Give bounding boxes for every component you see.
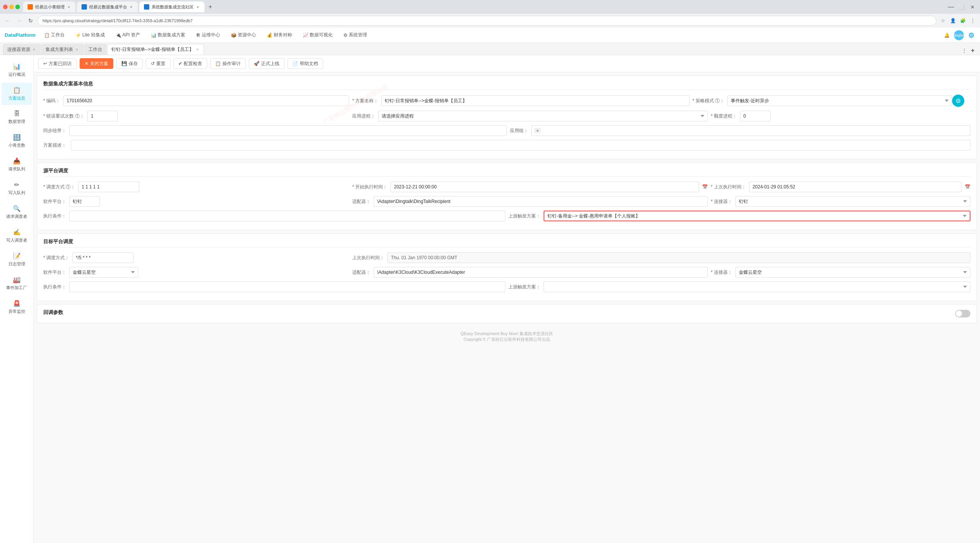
source-row-2: 软件平台： 适配器： * 连接器： 钉钉 xyxy=(43,196,970,207)
browser-tab-1[interactable]: 经易云小青助理 × xyxy=(23,2,75,12)
sidebar-item-small-params[interactable]: 🔢 小青意数 xyxy=(2,130,32,152)
callback-toggle[interactable] xyxy=(955,310,970,317)
nav-integration[interactable]: 📊 数据集成方案 xyxy=(149,30,188,40)
nav-back[interactable]: ← xyxy=(3,16,12,25)
notification-icon[interactable]: 🔔 xyxy=(942,31,951,39)
last-exec-input[interactable] xyxy=(749,182,962,192)
page-tab-workbench[interactable]: 工作台 xyxy=(84,44,106,55)
sidebar-item-event-factory[interactable]: 🏭 事件加工厂 xyxy=(2,272,32,294)
global-settings-icon[interactable]: 🌐 xyxy=(967,31,975,39)
config-check-btn[interactable]: ✔ 配置检查 xyxy=(173,58,207,69)
operation-audit-btn[interactable]: 📋 操作审计 xyxy=(210,58,246,69)
strategy-select[interactable]: 事件触发-近时异步 xyxy=(727,95,952,106)
sidebar-item-data-mgmt[interactable]: 🗄 数据管理 xyxy=(2,106,32,128)
target-connector-select[interactable]: 金蝶云星空 xyxy=(735,267,970,278)
settings-icon[interactable]: ⋮ xyxy=(969,16,977,25)
app-group-tag-input[interactable]: × xyxy=(531,125,970,136)
sync-route-input[interactable] xyxy=(69,125,507,136)
online-btn[interactable]: 🚀 正式上线 xyxy=(249,58,284,69)
tab2-close[interactable]: × xyxy=(129,4,133,10)
sched-mode-input[interactable] xyxy=(78,182,139,192)
tab3-close[interactable]: × xyxy=(196,4,200,10)
name-input[interactable] xyxy=(381,95,689,106)
window-close-btn[interactable] xyxy=(3,5,8,9)
page-tab-current[interactable]: 钉钉-日常报销单-->金蝶-报销单【员工】 × xyxy=(107,44,204,55)
tab1-close[interactable]: × xyxy=(67,4,71,10)
source-platform-input[interactable] xyxy=(69,196,100,207)
online-icon: 🚀 xyxy=(254,61,260,66)
sidebar-item-log-mgmt[interactable]: 📝 日志管理 xyxy=(2,249,32,271)
basic-info-section: 数据集成方案基本信息 * 编码： * 方案名称： * 策略模式 ①： 事件触发-… xyxy=(37,75,977,159)
source-connector-select[interactable]: 钉钉 xyxy=(735,196,970,207)
integration-tab-close[interactable]: × xyxy=(75,47,79,52)
page-tab-connector[interactable]: 连接器资源 × xyxy=(3,44,41,55)
nav-reload[interactable]: ↻ xyxy=(26,16,35,25)
nav-ops[interactable]: 🛠 运维中心 xyxy=(194,30,222,40)
nav-forward[interactable]: → xyxy=(15,16,24,25)
integration-icon: 📊 xyxy=(151,33,157,38)
window-minimize-btn[interactable] xyxy=(9,5,14,9)
app-process-select[interactable]: 请选择应用进程 xyxy=(378,111,708,121)
event-factory-label: 事件加工厂 xyxy=(6,285,27,291)
sidebar-item-write-survey[interactable]: ✍ 写入调度者 xyxy=(2,225,32,247)
sidebar-item-anomaly[interactable]: 🚨 异常监控 xyxy=(2,296,32,318)
target-adapter-input[interactable] xyxy=(374,267,708,278)
data-mgmt-icon: 🗄 xyxy=(14,110,20,117)
target-last-exec-input[interactable] xyxy=(387,252,970,263)
event-factory-icon: 🏭 xyxy=(13,276,21,283)
sidebar-item-request-queue[interactable]: 📥 请求队列 xyxy=(2,154,32,176)
browser-minimize[interactable]: — xyxy=(946,2,956,11)
nav-finance[interactable]: 💰 财务对称 xyxy=(265,30,294,40)
nav-dataviz[interactable]: 📈 数据可视化 xyxy=(301,30,335,40)
extensions-icon[interactable]: 🧩 xyxy=(959,16,967,25)
integration-tab-label: 集成方案列表 xyxy=(46,46,73,53)
new-tab-btn[interactable]: + xyxy=(206,2,215,11)
browser-tab-2[interactable]: 经易云数据集成平台 × xyxy=(77,2,138,12)
settings-fab[interactable]: ⚙ xyxy=(952,95,964,107)
nav-sysadmin[interactable]: ⚙ 系统管理 xyxy=(341,30,369,40)
tab-bar-add-icon[interactable]: + xyxy=(969,46,977,55)
browser-restore[interactable]: ⬜ xyxy=(957,2,966,11)
sidebar-item-req-survey[interactable]: 🔍 请求调度者 xyxy=(2,201,32,223)
connector-tab-close[interactable]: × xyxy=(32,47,36,52)
user-avatar[interactable]: hbqbw xyxy=(954,30,964,40)
granularity-input[interactable] xyxy=(740,111,771,121)
target-upstream-select[interactable] xyxy=(544,281,970,292)
source-adapter-input[interactable] xyxy=(374,196,708,207)
start-time-calendar-icon[interactable]: 📅 xyxy=(702,184,708,190)
tab-bar-more-icon[interactable]: ⋮ xyxy=(960,46,969,55)
close-scheme-btn[interactable]: ✕ 关闭方案 xyxy=(80,58,113,69)
sidebar-item-overview[interactable]: 📊 运行概况 xyxy=(2,59,32,81)
bookmark-icon[interactable]: ☆ xyxy=(939,16,947,25)
app-group-tag-close[interactable]: × xyxy=(536,128,539,133)
help-doc-btn[interactable]: 📄 帮助文档 xyxy=(287,58,323,69)
sidebar-item-write-queue[interactable]: ✏ 写入队列 xyxy=(2,177,32,200)
target-exec-condition-input[interactable] xyxy=(69,281,505,292)
desc-input[interactable] xyxy=(71,140,970,150)
current-tab-close[interactable]: × xyxy=(195,47,200,52)
profile-icon[interactable]: 👤 xyxy=(949,16,957,25)
sidebar-item-scheme[interactable]: 📋 方案信息 xyxy=(2,83,32,105)
back-btn[interactable]: ↩ 方案已回访 xyxy=(38,58,77,69)
source-exec-condition-input[interactable] xyxy=(69,211,505,221)
browser-tab-3[interactable]: 系统数据集成交流社区 × xyxy=(139,2,204,12)
browser-close-win[interactable]: ✕ xyxy=(968,2,977,11)
retry-input[interactable] xyxy=(87,111,118,121)
target-sched-mode-input[interactable] xyxy=(72,252,134,263)
nav-lite[interactable]: ⚡ Lite 轻集成 xyxy=(73,30,107,40)
nav-resource[interactable]: 📦 资源中心 xyxy=(229,30,258,40)
nav-workbench[interactable]: 📋 工作台 xyxy=(42,30,67,40)
finance-icon: 💰 xyxy=(267,33,273,38)
page-tab-integration[interactable]: 集成方案列表 × xyxy=(41,44,83,55)
url-bar[interactable]: https://pro.qliang.cloud/strategy/detail… xyxy=(38,16,936,26)
source-upstream-select[interactable]: 钉钉-备用金--> 金蝶-惠用申请单【个人报账】 xyxy=(544,211,970,221)
reset-btn[interactable]: ↺ 重置 xyxy=(146,58,170,69)
request-queue-icon: 📥 xyxy=(13,157,21,165)
save-btn[interactable]: 💾 保存 xyxy=(116,58,143,69)
start-time-input[interactable] xyxy=(390,182,699,192)
window-maximize-btn[interactable] xyxy=(15,5,20,9)
code-input[interactable] xyxy=(63,95,349,106)
nav-api[interactable]: 🔌 API 资产 xyxy=(113,30,143,40)
target-platform-select[interactable]: 金蝶云星空 xyxy=(69,267,138,278)
last-exec-calendar-icon[interactable]: 📅 xyxy=(965,184,970,190)
